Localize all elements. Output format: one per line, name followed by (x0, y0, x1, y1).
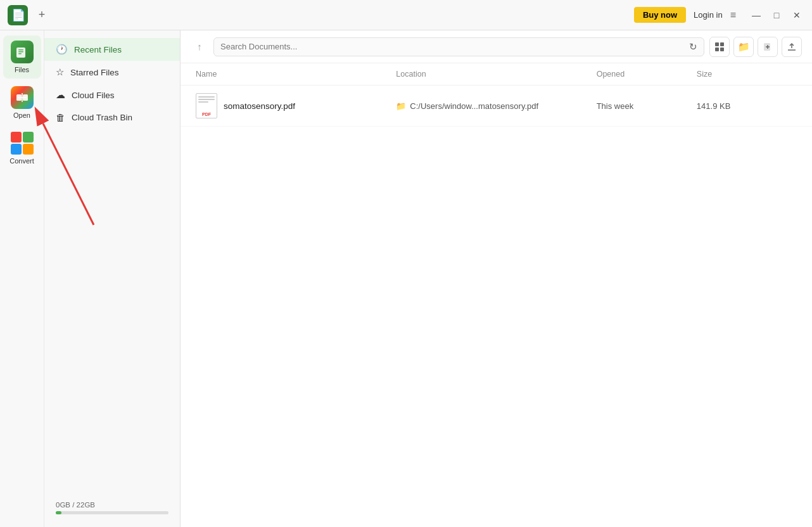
nav-spacer (44, 129, 180, 493)
storage-label: 0GB / 22GB (56, 501, 95, 509)
minimize-button[interactable]: — (749, 8, 764, 23)
table-row[interactable]: somatosensory.pdf 📁 C:/Users/window...ma… (181, 86, 812, 127)
titlebar-left: 📄 + (8, 5, 51, 25)
cloud-icon: ☁ (56, 89, 65, 101)
menu-icon[interactable]: ≡ (730, 10, 736, 21)
convert-label: Convert (10, 157, 34, 165)
file-opened: This week (597, 101, 634, 111)
trash-icon: 🗑 (56, 112, 65, 123)
new-tab-button[interactable]: + (33, 6, 51, 24)
main-content: ↑ ↻ 📁 (181, 30, 812, 527)
svg-rect-13 (720, 48, 724, 51)
recent-label: Recent Files (74, 45, 122, 54)
nav-item-trash[interactable]: 🗑 Cloud Trash Bin (44, 106, 180, 129)
table-header: Name Location Opened Size (181, 63, 812, 86)
open-icon-box (11, 86, 34, 109)
files-label: Files (15, 66, 29, 73)
window-controls: — □ ✕ (749, 8, 804, 23)
storage-bar-fill (56, 511, 61, 514)
toolbar: ↑ ↻ 📁 (181, 30, 812, 63)
toolbar-actions: 📁 (709, 37, 802, 57)
folder-button[interactable]: 📁 (733, 37, 754, 57)
buy-now-button[interactable]: Buy now (634, 7, 686, 23)
storage-info: 0GB / 22GB (44, 493, 180, 519)
upload-button[interactable] (782, 37, 802, 57)
sidebar-item-convert[interactable]: Convert (3, 127, 41, 170)
search-input[interactable] (220, 42, 689, 51)
col-location: Location (396, 70, 596, 79)
svg-rect-4 (18, 51, 23, 53)
titlebar-right: Buy now Login in ≡ — □ ✕ (634, 7, 804, 23)
nav-item-recent[interactable]: 🕐 Recent Files (44, 38, 180, 61)
titlebar: 📄 + Buy now Login in ≡ — □ ✕ (0, 0, 812, 30)
recent-icon: 🕐 (56, 44, 68, 55)
convert-icon-box (11, 132, 34, 155)
starred-label: Starred Files (70, 68, 119, 77)
files-icon-box (11, 41, 34, 63)
search-bar: ↻ (213, 37, 704, 56)
cloud-label: Cloud Files (72, 91, 115, 100)
svg-rect-5 (18, 53, 22, 54)
svg-rect-10 (715, 42, 719, 46)
app-logo: 📄 (8, 5, 28, 25)
app-body: Files Open Convert (0, 30, 812, 527)
left-nav: 🕐 Recent Files ☆ Starred Files ☁ Cloud F… (44, 30, 181, 527)
svg-rect-11 (720, 42, 724, 46)
close-button[interactable]: ✕ (789, 8, 804, 23)
svg-rect-12 (715, 48, 719, 51)
open-label: Open (13, 111, 30, 119)
col-opened: Opened (597, 70, 697, 79)
starred-icon: ☆ (56, 67, 64, 78)
storage-bar-bg (56, 511, 168, 514)
svg-text:📄: 📄 (11, 8, 26, 22)
col-name: Name (196, 70, 396, 79)
folder-icon: 📁 (396, 101, 406, 111)
add-file-button[interactable] (758, 37, 778, 57)
pdf-icon (196, 93, 217, 118)
svg-rect-3 (18, 49, 23, 51)
nav-item-starred[interactable]: ☆ Starred Files (44, 61, 180, 84)
nav-item-cloud[interactable]: ☁ Cloud Files (44, 84, 180, 106)
login-button[interactable]: Login in (694, 10, 723, 20)
icon-sidebar: Files Open Convert (0, 30, 44, 527)
sidebar-item-files[interactable]: Files (3, 35, 41, 79)
file-location: C:/Users/window...matosensory.pdf (410, 101, 538, 111)
svg-rect-2 (16, 48, 25, 58)
sidebar-item-open[interactable]: Open (3, 81, 41, 124)
file-size: 141.9 KB (697, 101, 731, 111)
trash-label: Cloud Trash Bin (72, 113, 132, 122)
refresh-button[interactable]: ↻ (689, 41, 697, 53)
opened-cell: This week (597, 101, 697, 111)
maximize-button[interactable]: □ (769, 8, 784, 23)
file-name: somatosensory.pdf (224, 101, 295, 111)
file-table: Name Location Opened Size somatosensory.… (181, 63, 812, 527)
location-cell: 📁 C:/Users/window...matosensory.pdf (396, 101, 596, 111)
view-grid-button[interactable] (709, 37, 730, 57)
back-button[interactable]: ↑ (191, 38, 208, 56)
col-size: Size (697, 70, 797, 79)
file-name-cell: somatosensory.pdf (196, 93, 396, 118)
size-cell: 141.9 KB (697, 101, 797, 111)
